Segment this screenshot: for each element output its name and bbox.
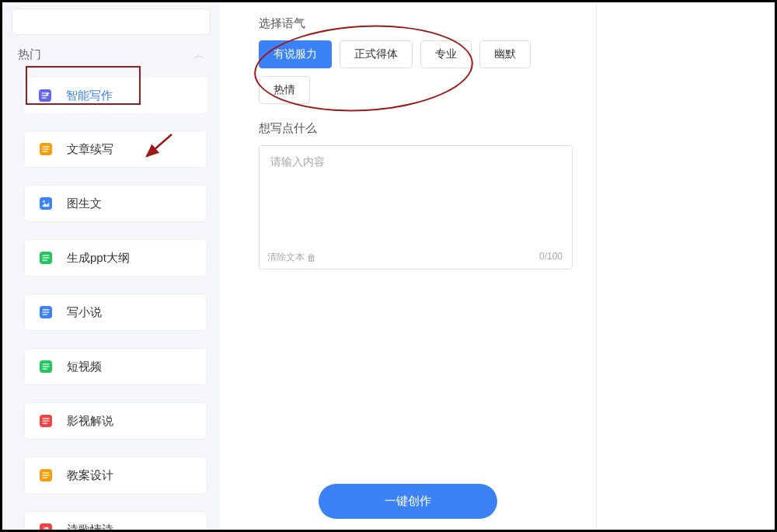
right-panel (596, 2, 775, 530)
doc-icon (35, 85, 55, 106)
sidebar-item-0[interactable]: 智能写作 (24, 78, 207, 113)
doc-icon (36, 248, 56, 268)
svg-rect-12 (43, 257, 50, 258)
svg-point-9 (43, 200, 44, 202)
sidebar-item-1[interactable]: 文章续写 (24, 130, 207, 168)
tone-label: 选择语气 (259, 16, 573, 31)
tone-option[interactable]: 幽默 (479, 40, 531, 68)
svg-rect-2 (42, 95, 49, 96)
sidebar-item-label: 智能写作 (66, 89, 113, 103)
svg-rect-3 (42, 97, 47, 98)
sidebar-item-label: 教案设计 (67, 468, 113, 483)
tone-option[interactable]: 有说服力 (259, 40, 332, 68)
svg-rect-28 (43, 475, 50, 475)
tone-option[interactable]: 正式得体 (340, 40, 413, 68)
svg-rect-6 (43, 148, 50, 149)
content-label: 想写点什么 (259, 121, 573, 136)
main-panel: 选择语气 有说服力正式得体专业幽默热情 想写点什么 清除文本 🗑 0/100 一… (220, 2, 596, 530)
sidebar-item-6[interactable]: 影视解说 (24, 402, 207, 440)
sidebar-item-3[interactable]: 生成ppt大纲 (24, 239, 207, 276)
svg-rect-29 (43, 477, 47, 478)
svg-rect-15 (43, 309, 50, 310)
sidebar-item-2[interactable]: 图生文 (24, 185, 207, 222)
tone-option[interactable]: 热情 (259, 76, 310, 104)
svg-rect-27 (43, 472, 50, 473)
svg-rect-25 (43, 422, 47, 423)
doc-icon (36, 465, 56, 485)
doc-icon (36, 411, 56, 431)
chevron-up-icon: ︿ (194, 48, 204, 62)
tone-options: 有说服力正式得体专业幽默热情 (259, 40, 573, 104)
sidebar-item-7[interactable]: 教案设计 (24, 457, 207, 494)
svg-rect-17 (43, 314, 47, 315)
content-input-wrap: 清除文本 🗑 0/100 (259, 145, 573, 269)
char-counter: 0/100 (539, 251, 563, 264)
section-header-hot[interactable]: 热门 ︿ (12, 38, 211, 73)
sidebar: 热门 ︿ 智能写作文章续写图生文生成ppt大纲写小说短视频影视解说教案设计诗诗歌… (2, 2, 220, 530)
svg-rect-20 (43, 366, 50, 367)
sidebar-item-label: 短视频 (67, 360, 102, 374)
sidebar-item-8[interactable]: 诗诗歌情诗 (24, 511, 207, 532)
svg-rect-19 (43, 363, 50, 364)
clear-text-label: 清除文本 (267, 251, 305, 264)
doc-icon (36, 193, 56, 214)
tone-option[interactable]: 专业 (420, 40, 472, 68)
svg-rect-13 (43, 259, 47, 260)
sidebar-item-label: 图生文 (67, 196, 102, 211)
create-button[interactable]: 一键创作 (319, 484, 497, 519)
search-box[interactable] (12, 9, 211, 35)
svg-rect-23 (43, 418, 50, 419)
sidebar-item-label: 影视解说 (67, 414, 113, 429)
doc-icon: 诗 (36, 520, 56, 532)
doc-icon (36, 302, 56, 322)
svg-rect-5 (43, 146, 50, 147)
doc-icon (36, 356, 56, 377)
sidebar-item-label: 生成ppt大纲 (67, 251, 130, 266)
sidebar-item-5[interactable]: 短视频 (24, 348, 207, 385)
svg-rect-24 (43, 420, 50, 421)
svg-text:诗: 诗 (43, 527, 49, 532)
svg-rect-7 (43, 151, 47, 151)
content-input[interactable] (260, 146, 572, 239)
doc-icon (36, 139, 56, 159)
trash-icon: 🗑 (307, 252, 316, 263)
sidebar-item-label: 诗歌情诗 (67, 523, 113, 533)
svg-rect-8 (40, 197, 52, 210)
svg-rect-11 (43, 255, 50, 256)
sidebar-item-label: 写小说 (67, 305, 102, 320)
section-title: 热门 (18, 47, 41, 62)
sidebar-item-4[interactable]: 写小说 (24, 294, 207, 331)
sidebar-item-label: 文章续写 (67, 142, 113, 157)
svg-rect-21 (43, 368, 47, 369)
clear-text-button[interactable]: 清除文本 🗑 (267, 251, 316, 264)
svg-rect-16 (43, 311, 50, 312)
